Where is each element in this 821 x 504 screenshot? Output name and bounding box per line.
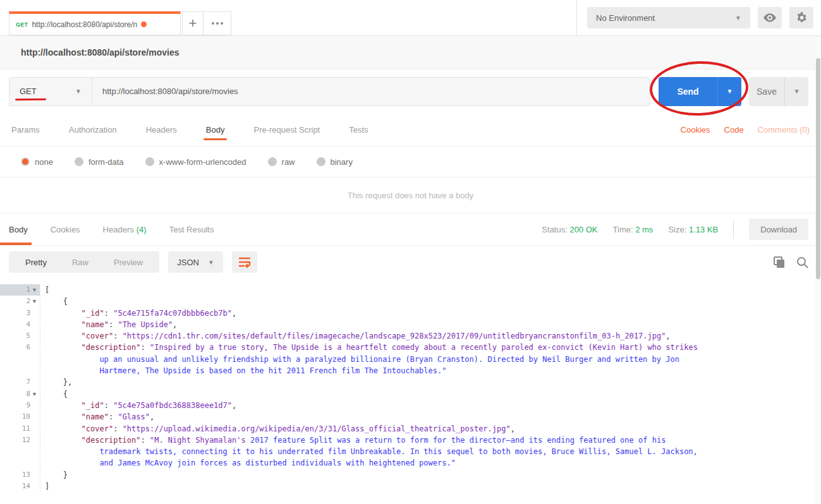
body-option-none[interactable]: none bbox=[21, 157, 53, 167]
wrap-lines-button[interactable] bbox=[232, 251, 257, 273]
line-gutter[interactable]: 2▼ bbox=[0, 296, 40, 307]
request-tab[interactable]: GET http://localhost:8080/api/store/n bbox=[9, 11, 181, 35]
response-body-viewer[interactable]: 1▼[2▼{3"_id": "5c4e715fa74c07dbbb6ecb7b"… bbox=[0, 279, 821, 492]
status-badge: Status: 200 OK bbox=[542, 225, 597, 234]
code-line: 8▼{ bbox=[0, 388, 821, 400]
scrollbar-thumb[interactable] bbox=[816, 58, 820, 279]
body-option-label: form-data bbox=[88, 157, 124, 167]
request-builder: GET ▼ Send ▼ Save ▼ bbox=[0, 69, 821, 113]
view-raw[interactable]: Raw bbox=[59, 258, 101, 267]
body-option-label: none bbox=[35, 157, 53, 167]
code-text: trademark twists, connecting it to his u… bbox=[40, 446, 698, 457]
new-tab-button[interactable]: + bbox=[182, 11, 204, 35]
response-tab-cookies[interactable]: Cookies bbox=[51, 213, 80, 245]
tab-authorization[interactable]: Authorization bbox=[69, 113, 117, 146]
code-line: 3"_id": "5c4e715fa74c07dbbb6ecb7b", bbox=[0, 308, 821, 319]
ellipsis-icon bbox=[212, 22, 223, 25]
radio-icon bbox=[75, 157, 83, 166]
code-lines: 1▼[2▼{3"_id": "5c4e715fa74c07dbbb6ecb7b"… bbox=[0, 284, 821, 492]
size-badge: Size: 1.13 KB bbox=[668, 225, 718, 234]
response-viewer-toolbar: Pretty Raw Preview JSON ▼ bbox=[0, 246, 821, 279]
send-button-group: Send ▼ bbox=[659, 77, 741, 106]
code-line: 10"name": "Glass", bbox=[0, 411, 821, 423]
tab-tests[interactable]: Tests bbox=[349, 113, 368, 146]
fold-toggle-icon[interactable]: ▼ bbox=[30, 284, 39, 296]
cookies-link[interactable]: Cookies bbox=[681, 125, 710, 135]
body-option-x-www-form-urlencoded[interactable]: x-www-form-urlencoded bbox=[145, 157, 246, 167]
code-text: Hartmere, The Upside is based on the hit… bbox=[40, 365, 446, 376]
method-label: GET bbox=[20, 87, 37, 96]
line-gutter: 4 bbox=[0, 319, 40, 330]
copy-icon bbox=[774, 256, 785, 268]
url-input[interactable] bbox=[92, 77, 650, 106]
line-gutter bbox=[0, 354, 40, 365]
body-option-label: x-www-form-urlencoded bbox=[159, 157, 246, 167]
environment-select[interactable]: No Environment ▼ bbox=[587, 7, 750, 28]
tab-body[interactable]: Body bbox=[206, 113, 225, 146]
page-scrollbar[interactable] bbox=[815, 37, 821, 504]
code-line: 11"cover": "https://upload.wikimedia.org… bbox=[0, 423, 821, 435]
line-gutter[interactable]: 1▼ bbox=[0, 284, 40, 296]
line-gutter: 14 bbox=[0, 481, 40, 492]
radio-selected-icon bbox=[21, 157, 30, 166]
settings-button[interactable] bbox=[789, 7, 813, 28]
body-option-form-data[interactable]: form-data bbox=[75, 157, 124, 167]
line-gutter: 3 bbox=[0, 308, 40, 319]
format-label: JSON bbox=[177, 258, 199, 267]
unsaved-changes-dot bbox=[141, 21, 147, 27]
body-type-options: none form-data x-www-form-urlencoded raw… bbox=[0, 147, 821, 177]
code-text: { bbox=[40, 388, 68, 400]
response-header: Body Cookies Headers (4) Test Results St… bbox=[0, 213, 821, 246]
code-line: 4"name": "The Upside", bbox=[0, 319, 821, 330]
line-gutter: 13 bbox=[0, 469, 40, 481]
method-select[interactable]: GET ▼ bbox=[9, 77, 92, 106]
format-select[interactable]: JSON ▼ bbox=[168, 251, 223, 273]
copy-response-button[interactable] bbox=[774, 256, 785, 268]
line-gutter: 5 bbox=[0, 330, 40, 342]
code-text: "_id": "5c4e75a0fbdc368838eee1d7", bbox=[40, 400, 236, 411]
request-title: http://localhost:8080/api/store/movies bbox=[21, 47, 179, 57]
line-gutter bbox=[0, 365, 40, 376]
top-bar: GET http://localhost:8080/api/store/n + … bbox=[0, 0, 821, 36]
view-preview[interactable]: Preview bbox=[101, 258, 155, 267]
tab-title: http://localhost:8080/api/store/n bbox=[32, 20, 137, 29]
environment-label: No Environment bbox=[596, 13, 655, 23]
eye-icon bbox=[763, 13, 776, 22]
radio-icon bbox=[268, 157, 277, 166]
download-button[interactable]: Download bbox=[749, 219, 808, 240]
code-text: "description": "Inspired by a true story… bbox=[40, 342, 698, 353]
environment-quick-look-button[interactable] bbox=[758, 7, 782, 28]
request-tabs: Params Authorization Headers Body Pre-re… bbox=[0, 113, 821, 147]
divider bbox=[733, 220, 734, 239]
search-response-button[interactable] bbox=[796, 256, 808, 268]
fold-toggle-icon[interactable]: ▼ bbox=[30, 388, 39, 400]
time-badge: Time: 2 ms bbox=[613, 225, 654, 234]
line-gutter: 10 bbox=[0, 411, 40, 423]
save-options-button[interactable]: ▼ bbox=[784, 77, 808, 106]
body-option-binary[interactable]: binary bbox=[317, 157, 353, 167]
body-option-label: binary bbox=[331, 157, 353, 167]
response-tab-test-results[interactable]: Test Results bbox=[169, 213, 214, 245]
body-option-raw[interactable]: raw bbox=[268, 157, 295, 167]
empty-body-message: This request does not have a body bbox=[0, 177, 821, 213]
code-text: } bbox=[40, 469, 68, 481]
chevron-down-icon: ▼ bbox=[794, 88, 800, 95]
tab-params[interactable]: Params bbox=[11, 113, 40, 146]
code-line: 5"cover": "https://cdn1.thr.com/sites/de… bbox=[0, 330, 821, 342]
save-button[interactable]: Save bbox=[749, 77, 784, 106]
chevron-down-icon: ▼ bbox=[727, 88, 733, 95]
tab-pre-request-script[interactable]: Pre-request Script bbox=[253, 113, 320, 146]
view-pretty[interactable]: Pretty bbox=[13, 258, 59, 267]
response-tab-headers[interactable]: Headers (4) bbox=[103, 213, 147, 245]
code-link[interactable]: Code bbox=[724, 125, 744, 135]
send-options-button[interactable]: ▼ bbox=[717, 77, 741, 106]
tab-headers[interactable]: Headers bbox=[146, 113, 177, 146]
more-tabs-button[interactable] bbox=[204, 11, 231, 35]
comments-link[interactable]: Comments (0) bbox=[758, 125, 810, 135]
line-gutter[interactable]: 8▼ bbox=[0, 388, 40, 400]
fold-toggle-icon[interactable]: ▼ bbox=[30, 296, 39, 307]
response-tab-body[interactable]: Body bbox=[9, 213, 28, 245]
code-text: "_id": "5c4e715fa74c07dbbb6ecb7b", bbox=[40, 308, 236, 319]
code-text: and James McAvoy join forces as disturbe… bbox=[40, 457, 456, 469]
send-button[interactable]: Send bbox=[659, 77, 717, 106]
